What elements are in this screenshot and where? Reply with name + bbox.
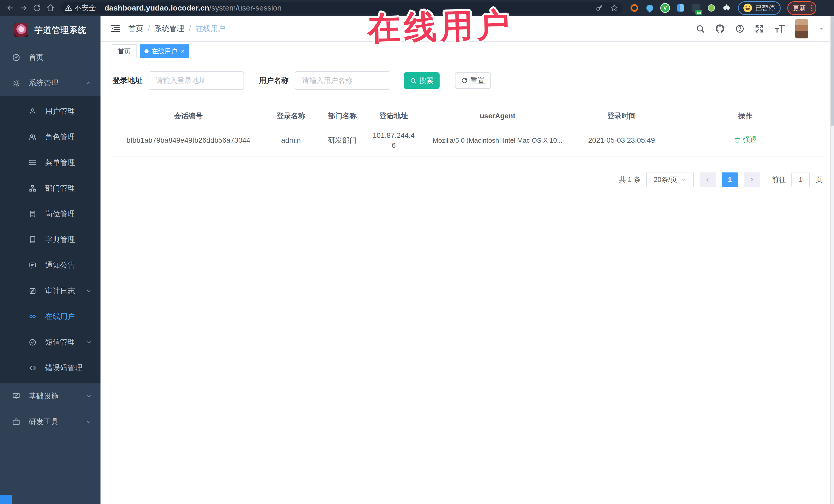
breadcrumb-current: 在线用户 [196, 24, 225, 34]
cell-session-id: bfbb1ab79ba849e49fb26ddb56a73044 [113, 135, 264, 145]
online-user-icon [28, 313, 37, 321]
url-path: /system/user-session [209, 4, 282, 12]
search-icon [410, 77, 417, 84]
goto-label: 前往 [772, 175, 786, 184]
extensions-row: V an [630, 3, 731, 13]
avatar-caret-icon[interactable] [818, 25, 825, 32]
browser-update-chip[interactable]: 更新 [787, 1, 816, 15]
extensions-puzzle-icon[interactable] [722, 3, 731, 13]
app-logo-row[interactable]: 芋道管理系统 [0, 16, 101, 45]
browser-home-button[interactable] [44, 1, 57, 15]
username-label: 用户名称 [259, 75, 289, 86]
font-size-icon[interactable] [774, 24, 785, 34]
sidebar-item-user-management[interactable]: 用户管理 [0, 98, 101, 124]
extension-dark-an-icon[interactable]: an [691, 3, 701, 13]
force-logout-button[interactable]: 强退 [734, 135, 757, 145]
sidebar-item-audit-log[interactable]: 审计日志 [0, 278, 101, 304]
github-icon[interactable] [715, 24, 725, 34]
browser-back-button[interactable] [4, 1, 17, 15]
smiley-avatar-icon [743, 4, 752, 12]
tag-close-icon[interactable]: × [181, 48, 184, 55]
goto-page-input[interactable] [791, 172, 810, 187]
col-header-login-time: 登录时间 [575, 111, 668, 121]
user-avatar[interactable] [795, 19, 808, 39]
announcement-icon [28, 262, 37, 269]
login-address-input[interactable] [149, 71, 244, 90]
sidebar-item-label: 审计日志 [45, 286, 78, 296]
sidebar-item-role-management[interactable]: 角色管理 [0, 124, 101, 150]
breadcrumb-separator: / [148, 24, 150, 33]
breadcrumb: 首页 / 系统管理 / 在线用户 [128, 24, 225, 34]
forward-arrow-icon [19, 4, 28, 12]
scrollbar-thumb[interactable] [831, 16, 834, 126]
back-arrow-icon [6, 4, 15, 12]
sidebar-item-system-management[interactable]: 系统管理 [0, 70, 101, 96]
chevron-down-icon [86, 393, 92, 399]
sidebar-item-label: 部门管理 [45, 183, 92, 194]
breadcrumb-home[interactable]: 首页 [128, 24, 143, 34]
security-indicator[interactable]: 不安全 [65, 3, 96, 13]
main-area: 首页 / 系统管理 / 在线用户 首页 在线用户 [101, 16, 834, 504]
breadcrumb-system[interactable]: 系统管理 [154, 24, 184, 34]
sidebar-item-online-users[interactable]: 在线用户 [0, 304, 101, 329]
username-input[interactable] [295, 71, 390, 90]
extension-orange-ring-icon[interactable] [630, 3, 639, 13]
sidebar-item-dev-tools[interactable]: 研发工具 [0, 409, 101, 435]
help-icon[interactable] [735, 24, 745, 34]
cell-login-time: 2021-05-03 23:05:49 [575, 135, 668, 145]
page-scrollbar[interactable] [830, 16, 834, 504]
header-search-icon[interactable] [696, 24, 705, 34]
extension-green-search-icon[interactable] [707, 3, 716, 13]
sidebar-item-home[interactable]: 首页 [0, 45, 101, 70]
tag-label: 在线用户 [152, 47, 177, 56]
search-button[interactable]: 搜索 [404, 72, 440, 89]
force-logout-label: 强退 [743, 135, 757, 145]
org-tree-icon [28, 184, 37, 192]
sidebar-fold-icon[interactable] [110, 24, 120, 34]
browser-forward-button[interactable] [17, 1, 30, 15]
sidebar-item-notice[interactable]: 通知公告 [0, 253, 101, 278]
tag-home[interactable]: 首页 [112, 44, 136, 58]
sessions-table: 会话编号 登录名称 部门名称 登陆地址 userAgent 登录时间 操作 bf… [113, 108, 822, 157]
page-unit-label: 页 [815, 175, 822, 184]
browser-menu-icon[interactable] [811, 5, 812, 11]
bookmark-star-icon[interactable] [610, 4, 618, 12]
sidebar-item-menu-management[interactable]: 菜单管理 [0, 150, 101, 176]
sidebar-item-dict-management[interactable]: 字典管理 [0, 227, 101, 253]
extension-blue-drop-icon[interactable] [645, 3, 654, 13]
reset-button[interactable]: 重置 [455, 72, 491, 89]
fullscreen-icon[interactable] [754, 24, 764, 34]
home-icon [46, 4, 54, 12]
cell-user-agent: Mozilla/5.0 (Macintosh; Intel Mac OS X 1… [421, 136, 575, 145]
col-header-session-id: 会话编号 [113, 111, 264, 121]
sidebar-item-label: 系统管理 [29, 78, 78, 88]
sidebar-item-infrastructure[interactable]: 基础设施 [0, 384, 101, 409]
code-icon [28, 364, 37, 372]
sms-icon [28, 338, 37, 346]
extension-green-check-icon[interactable]: V [660, 3, 670, 13]
browser-toolbar: 不安全 dashboard.yudao.iocoder.cn/system/us… [0, 0, 834, 16]
tag-online-users[interactable]: 在线用户 × [140, 44, 189, 58]
address-bar[interactable]: 不安全 dashboard.yudao.iocoder.cn/system/us… [61, 2, 622, 14]
sidebar-item-sms-management[interactable]: 短信管理 [0, 329, 101, 355]
extension-blue-bars-icon[interactable] [676, 3, 685, 13]
browser-reload-button[interactable] [30, 1, 44, 15]
sidebar-item-dept-management[interactable]: 部门管理 [0, 176, 101, 201]
cell-dept: 研发部门 [318, 135, 367, 145]
paused-label: 已暂停 [755, 4, 775, 13]
search-form: 登录地址 用户名称 搜索 重置 [113, 71, 822, 90]
prev-page-button[interactable] [700, 172, 716, 187]
book-icon [28, 236, 37, 243]
profile-paused-chip[interactable]: 已暂停 [738, 1, 781, 15]
dev-tools-icon [12, 418, 21, 426]
sidebar-item-post-management[interactable]: 岗位管理 [0, 201, 101, 227]
current-page-button[interactable]: 1 [722, 172, 738, 187]
sidebar-item-label: 错误码管理 [45, 363, 92, 373]
tags-view-bar: 首页 在线用户 × [101, 42, 834, 61]
next-page-button[interactable] [744, 172, 760, 187]
sidebar-item-error-code[interactable]: 错误码管理 [0, 355, 101, 381]
password-key-icon[interactable] [595, 4, 603, 12]
page-size-select[interactable]: 20条/页 [646, 172, 694, 187]
sidebar-item-label: 基础设施 [29, 391, 78, 401]
app-logo [14, 23, 28, 37]
